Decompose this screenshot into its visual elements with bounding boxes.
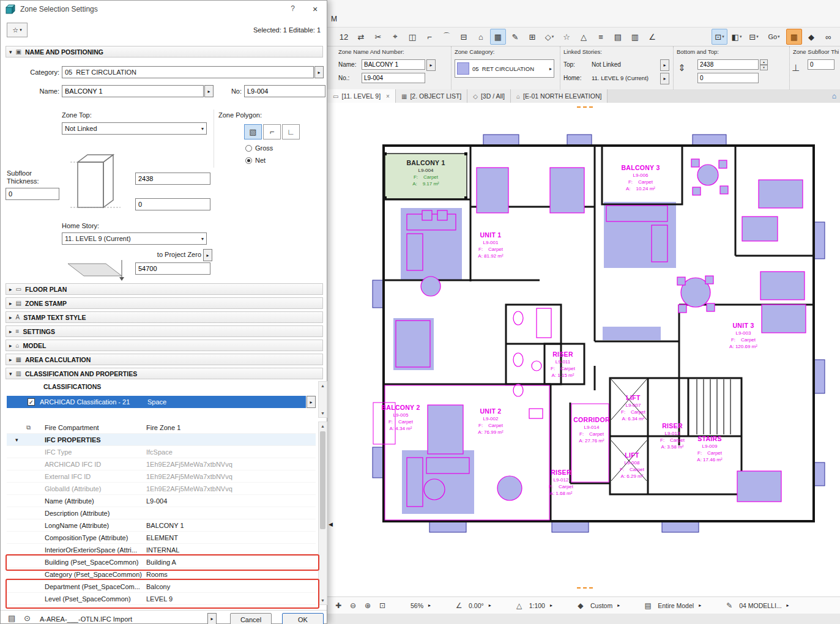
import-flyout-button[interactable]: ▸ xyxy=(207,613,217,624)
property-row[interactable]: ⧉Fire CompartmentFire Zone 1 xyxy=(7,422,316,434)
section-stamp-text-style[interactable]: ▸ A STAMP TEXT STYLE xyxy=(6,311,323,323)
zone-stamp[interactable]: BALCONY 1L9-004F: CarpetA: 9.17 m² xyxy=(406,159,445,187)
quick-options-value[interactable]: Custom xyxy=(589,602,614,609)
property-row[interactable]: External IFC ID1Eh9E2AFj5MeWa7xtbNVvq xyxy=(7,470,316,483)
properties-scrollbar[interactable]: ▲ ▼ xyxy=(318,422,327,605)
chevron-down-icon[interactable]: ▾ xyxy=(15,437,18,443)
project-zero-offset-input[interactable] xyxy=(135,262,210,275)
pen-set-flyout-icon[interactable]: ▸ xyxy=(786,603,793,608)
section-floor-plan[interactable]: ▸ ▭ FLOOR PLAN xyxy=(6,283,323,295)
bottom-offset-input[interactable] xyxy=(697,73,759,83)
checkbox-checked-icon[interactable]: ✓ xyxy=(28,398,35,406)
quick-options-icon[interactable]: ◆ xyxy=(574,601,587,610)
property-row[interactable]: Building (Pset_SpaceCommon)Building A xyxy=(7,556,316,568)
gross-radio[interactable]: Gross xyxy=(245,144,273,152)
views-icon[interactable]: ▥ xyxy=(627,29,643,45)
scroll-down-icon[interactable]: ▼ xyxy=(319,596,327,604)
scroll-left-arrow-icon[interactable]: ◀ xyxy=(329,521,333,527)
zone-polygon-method-3-button[interactable]: ∟ xyxy=(282,124,300,139)
rotation-value[interactable]: 0.00° xyxy=(467,602,485,609)
zone-polygon-method-1-button[interactable]: ▧ xyxy=(244,124,262,139)
zoom-out-icon[interactable]: ⊖ xyxy=(347,601,359,610)
fillet-icon[interactable]: ⌒ xyxy=(439,29,455,45)
zoom-fit-icon[interactable]: ⊡ xyxy=(376,601,388,610)
scroll-up-icon[interactable]: ▲ xyxy=(319,422,327,430)
zone-number-input[interactable] xyxy=(244,85,325,97)
property-row[interactable]: IFC TypeIfcSpace xyxy=(7,446,316,458)
home-story-dropdown[interactable]: 11. LEVEL 9 (Current) ▾ xyxy=(62,232,207,245)
pen-icon[interactable]: ✎ xyxy=(507,29,523,45)
model-filter-value[interactable]: Entire Model xyxy=(656,602,695,609)
zone-stamp[interactable]: RISERL9-013F: CarpetA: 3.58 m² xyxy=(660,422,685,450)
layers-icon[interactable]: ▤ xyxy=(610,29,626,45)
property-row[interactable]: GlobalId (Attribute)1Eh9E2AFj5MeWa7xtbNV… xyxy=(7,483,316,495)
zone-bottom-offset-input[interactable] xyxy=(135,198,210,210)
section-area-calculation[interactable]: ▸ ▦ AREA CALCULATION xyxy=(6,354,323,365)
model-filter-icon[interactable]: ▤ xyxy=(642,601,654,610)
close-button[interactable]: × xyxy=(308,3,322,15)
split-window-icon[interactable]: ◧▾ xyxy=(729,29,745,45)
building-icon[interactable]: ⌂ xyxy=(828,89,840,103)
scroll-down-icon[interactable]: ▼ xyxy=(319,409,327,417)
name-flyout-button[interactable]: ▸ xyxy=(204,85,214,97)
net-radio[interactable]: Net xyxy=(245,157,266,164)
property-row[interactable]: CompositionType (Attribute)ELEMENT xyxy=(7,532,316,544)
zone-top-offset-input[interactable] xyxy=(135,173,210,185)
zone-stamp[interactable]: CORRIDORL9-014F: CarpetA: 27.76 m² xyxy=(573,416,610,444)
property-row[interactable]: Category (Pset_SpaceCommon)Rooms xyxy=(7,568,316,581)
project-zero-flyout-button[interactable]: ▸ xyxy=(203,249,212,261)
current-window-icon[interactable]: ⊡▾ xyxy=(712,29,727,45)
zone-name-input[interactable] xyxy=(62,85,204,97)
home-story-icon[interactable]: ⌂ xyxy=(473,29,489,45)
help-button[interactable]: ? xyxy=(291,4,295,13)
zone-stamp[interactable]: LIFTL9-008F: CarpetA: 6.29 m² xyxy=(620,451,644,480)
zone-stamp[interactable]: RISERL9-011F: CarpetA: 1.15 m² xyxy=(551,351,575,379)
subfloor-thickness-input[interactable] xyxy=(808,59,834,70)
top-link-button[interactable]: ▸ xyxy=(660,59,669,71)
close-tab-icon[interactable]: × xyxy=(386,93,390,100)
zone-stamp[interactable]: BALCONY 3L9-006F: CarpetA: 10.24 m² xyxy=(621,164,660,192)
zone-name-input[interactable] xyxy=(362,59,425,70)
category-flyout-button[interactable]: ▸ xyxy=(314,66,324,78)
property-row[interactable]: Department (Pset_SpaceCom...Balcony xyxy=(7,581,316,593)
ifc-properties-group-header[interactable]: ▾IFC PROPERTIES xyxy=(7,434,316,446)
zone-stamp[interactable]: UNIT 3L9-003F: CarpetA: 120.69 m² xyxy=(729,322,757,350)
home-story-value[interactable]: 11. LEVEL 9 (Current) xyxy=(592,75,649,81)
property-row[interactable]: Description (Attribute) xyxy=(7,507,316,519)
marquee-icon[interactable]: ▦ xyxy=(490,29,506,45)
zone-stamp[interactable]: STAIRSL9-009F: CarpetA: 17.46 m² xyxy=(697,435,722,463)
offset-stepper[interactable]: ▴▾ xyxy=(760,59,768,70)
subfloor-thickness-input[interactable] xyxy=(6,188,59,200)
new-window-icon[interactable]: ⊟▾ xyxy=(746,29,762,45)
zone-number-input[interactable] xyxy=(362,73,425,83)
model-filter-flyout-icon[interactable]: ▸ xyxy=(697,603,705,608)
top-link-value[interactable]: Not Linked xyxy=(592,61,621,68)
property-row[interactable]: Level (Pset_SpaceCommon)LEVEL 9 xyxy=(7,593,316,605)
section-classification-and-properties[interactable]: ▾ ▥ CLASSIFICATION AND PROPERTIES xyxy=(6,368,323,379)
zone-top-dropdown[interactable]: Not Linked ▾ xyxy=(62,122,207,135)
go-button[interactable]: Go▾ xyxy=(763,29,785,45)
scroll-up-icon[interactable]: ▲ xyxy=(319,382,327,390)
split-icon[interactable]: ◫ xyxy=(404,29,420,45)
zone-stamp[interactable]: LIFTL9-007F: CarpetA: 6.34 m² xyxy=(621,394,645,422)
floor-plan-canvas[interactable]: BALCONY 1L9-004F: CarpetA: 9.17 m²BALCON… xyxy=(327,103,840,596)
adjust-icon[interactable]: ⌐ xyxy=(422,29,437,45)
section-model[interactable]: ▸ ⌂ MODEL xyxy=(6,340,323,351)
renumber-icon[interactable]: 12 xyxy=(336,29,352,45)
property-row[interactable]: Name (Attribute)L9-004 xyxy=(7,495,316,507)
favorites-icon[interactable]: ☆ xyxy=(559,29,574,45)
orientation-icon[interactable]: ∠ xyxy=(453,601,465,610)
flyout-arrow-icon[interactable]: ▸ xyxy=(549,66,552,72)
zone-category-combo[interactable]: 05 RET CIRCULATION ▸ xyxy=(455,59,554,78)
zone-stamp[interactable]: UNIT 2L9-002F: CarpetA: 76.99 m² xyxy=(478,407,503,436)
home-story-button[interactable]: ▸ xyxy=(660,73,669,84)
scrollbar-thumb[interactable] xyxy=(320,431,325,529)
modify-icon[interactable]: ◇▾ xyxy=(541,29,557,45)
pan-icon[interactable]: ✚ xyxy=(332,601,344,610)
quick-options-flyout-icon[interactable]: ▸ xyxy=(616,603,623,608)
top-offset-input[interactable] xyxy=(697,59,759,70)
ok-button[interactable]: OK xyxy=(282,613,324,624)
zone-stamp[interactable]: UNIT 1L9-001F: CarpetA: 81.92 m² xyxy=(478,231,503,259)
pen-set-value[interactable]: 04 MODELLI... xyxy=(738,602,782,609)
duplicate-icon[interactable]: ⊞ xyxy=(524,29,540,45)
